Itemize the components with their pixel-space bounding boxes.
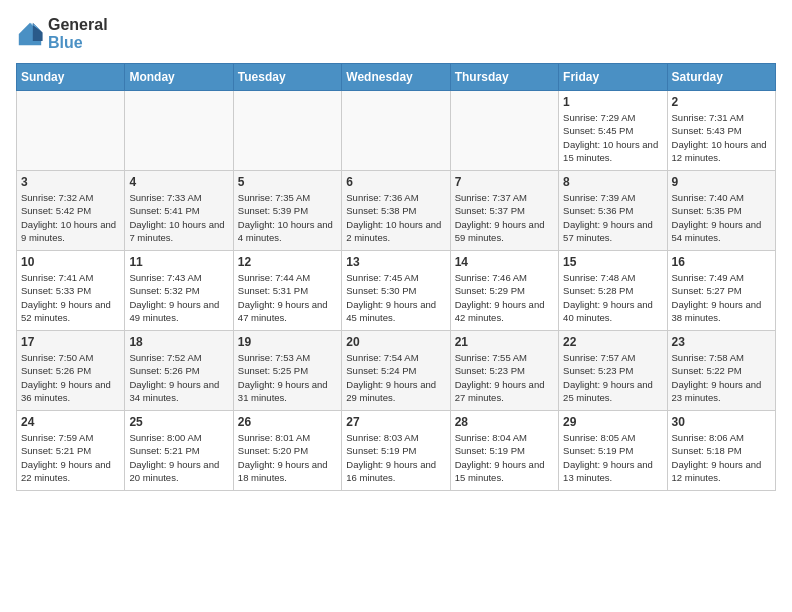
day-number: 1	[563, 95, 662, 109]
day-number: 10	[21, 255, 120, 269]
day-cell: 26Sunrise: 8:01 AM Sunset: 5:20 PM Dayli…	[233, 411, 341, 491]
day-cell: 25Sunrise: 8:00 AM Sunset: 5:21 PM Dayli…	[125, 411, 233, 491]
day-info: Sunrise: 7:36 AM Sunset: 5:38 PM Dayligh…	[346, 191, 445, 244]
day-cell: 6Sunrise: 7:36 AM Sunset: 5:38 PM Daylig…	[342, 171, 450, 251]
day-cell: 24Sunrise: 7:59 AM Sunset: 5:21 PM Dayli…	[17, 411, 125, 491]
day-info: Sunrise: 7:29 AM Sunset: 5:45 PM Dayligh…	[563, 111, 662, 164]
day-cell: 17Sunrise: 7:50 AM Sunset: 5:26 PM Dayli…	[17, 331, 125, 411]
day-number: 25	[129, 415, 228, 429]
day-cell: 16Sunrise: 7:49 AM Sunset: 5:27 PM Dayli…	[667, 251, 775, 331]
column-header-wednesday: Wednesday	[342, 64, 450, 91]
day-info: Sunrise: 7:44 AM Sunset: 5:31 PM Dayligh…	[238, 271, 337, 324]
day-info: Sunrise: 8:04 AM Sunset: 5:19 PM Dayligh…	[455, 431, 554, 484]
logo-text-line2: Blue	[48, 34, 108, 52]
day-info: Sunrise: 7:49 AM Sunset: 5:27 PM Dayligh…	[672, 271, 771, 324]
column-header-sunday: Sunday	[17, 64, 125, 91]
day-info: Sunrise: 7:33 AM Sunset: 5:41 PM Dayligh…	[129, 191, 228, 244]
day-number: 8	[563, 175, 662, 189]
column-header-saturday: Saturday	[667, 64, 775, 91]
day-cell: 8Sunrise: 7:39 AM Sunset: 5:36 PM Daylig…	[559, 171, 667, 251]
day-cell: 5Sunrise: 7:35 AM Sunset: 5:39 PM Daylig…	[233, 171, 341, 251]
day-info: Sunrise: 7:41 AM Sunset: 5:33 PM Dayligh…	[21, 271, 120, 324]
day-number: 4	[129, 175, 228, 189]
day-info: Sunrise: 7:37 AM Sunset: 5:37 PM Dayligh…	[455, 191, 554, 244]
page-header: General Blue	[16, 16, 776, 51]
day-info: Sunrise: 7:57 AM Sunset: 5:23 PM Dayligh…	[563, 351, 662, 404]
day-info: Sunrise: 7:54 AM Sunset: 5:24 PM Dayligh…	[346, 351, 445, 404]
day-number: 24	[21, 415, 120, 429]
day-number: 23	[672, 335, 771, 349]
logo: General Blue	[16, 16, 108, 51]
day-info: Sunrise: 8:03 AM Sunset: 5:19 PM Dayligh…	[346, 431, 445, 484]
day-number: 29	[563, 415, 662, 429]
day-cell	[125, 91, 233, 171]
day-number: 16	[672, 255, 771, 269]
day-number: 2	[672, 95, 771, 109]
week-row-3: 10Sunrise: 7:41 AM Sunset: 5:33 PM Dayli…	[17, 251, 776, 331]
day-cell: 2Sunrise: 7:31 AM Sunset: 5:43 PM Daylig…	[667, 91, 775, 171]
column-header-friday: Friday	[559, 64, 667, 91]
day-cell: 9Sunrise: 7:40 AM Sunset: 5:35 PM Daylig…	[667, 171, 775, 251]
day-cell: 27Sunrise: 8:03 AM Sunset: 5:19 PM Dayli…	[342, 411, 450, 491]
day-cell: 10Sunrise: 7:41 AM Sunset: 5:33 PM Dayli…	[17, 251, 125, 331]
day-number: 15	[563, 255, 662, 269]
day-info: Sunrise: 7:32 AM Sunset: 5:42 PM Dayligh…	[21, 191, 120, 244]
day-number: 12	[238, 255, 337, 269]
day-number: 22	[563, 335, 662, 349]
week-row-5: 24Sunrise: 7:59 AM Sunset: 5:21 PM Dayli…	[17, 411, 776, 491]
day-number: 14	[455, 255, 554, 269]
day-cell: 11Sunrise: 7:43 AM Sunset: 5:32 PM Dayli…	[125, 251, 233, 331]
day-number: 9	[672, 175, 771, 189]
day-info: Sunrise: 7:59 AM Sunset: 5:21 PM Dayligh…	[21, 431, 120, 484]
day-info: Sunrise: 7:31 AM Sunset: 5:43 PM Dayligh…	[672, 111, 771, 164]
day-info: Sunrise: 7:58 AM Sunset: 5:22 PM Dayligh…	[672, 351, 771, 404]
day-cell: 21Sunrise: 7:55 AM Sunset: 5:23 PM Dayli…	[450, 331, 558, 411]
day-info: Sunrise: 7:50 AM Sunset: 5:26 PM Dayligh…	[21, 351, 120, 404]
day-info: Sunrise: 8:05 AM Sunset: 5:19 PM Dayligh…	[563, 431, 662, 484]
day-cell: 20Sunrise: 7:54 AM Sunset: 5:24 PM Dayli…	[342, 331, 450, 411]
day-info: Sunrise: 7:40 AM Sunset: 5:35 PM Dayligh…	[672, 191, 771, 244]
day-cell: 13Sunrise: 7:45 AM Sunset: 5:30 PM Dayli…	[342, 251, 450, 331]
day-cell	[342, 91, 450, 171]
day-cell: 23Sunrise: 7:58 AM Sunset: 5:22 PM Dayli…	[667, 331, 775, 411]
week-row-2: 3Sunrise: 7:32 AM Sunset: 5:42 PM Daylig…	[17, 171, 776, 251]
day-number: 13	[346, 255, 445, 269]
day-cell: 14Sunrise: 7:46 AM Sunset: 5:29 PM Dayli…	[450, 251, 558, 331]
day-cell: 1Sunrise: 7:29 AM Sunset: 5:45 PM Daylig…	[559, 91, 667, 171]
day-cell	[233, 91, 341, 171]
day-number: 28	[455, 415, 554, 429]
header-row: SundayMondayTuesdayWednesdayThursdayFrid…	[17, 64, 776, 91]
day-number: 26	[238, 415, 337, 429]
day-cell: 29Sunrise: 8:05 AM Sunset: 5:19 PM Dayli…	[559, 411, 667, 491]
day-cell: 12Sunrise: 7:44 AM Sunset: 5:31 PM Dayli…	[233, 251, 341, 331]
day-cell	[450, 91, 558, 171]
day-number: 5	[238, 175, 337, 189]
column-header-monday: Monday	[125, 64, 233, 91]
week-row-4: 17Sunrise: 7:50 AM Sunset: 5:26 PM Dayli…	[17, 331, 776, 411]
day-info: Sunrise: 7:55 AM Sunset: 5:23 PM Dayligh…	[455, 351, 554, 404]
day-cell: 18Sunrise: 7:52 AM Sunset: 5:26 PM Dayli…	[125, 331, 233, 411]
logo-icon	[16, 20, 44, 48]
day-cell: 4Sunrise: 7:33 AM Sunset: 5:41 PM Daylig…	[125, 171, 233, 251]
day-cell: 7Sunrise: 7:37 AM Sunset: 5:37 PM Daylig…	[450, 171, 558, 251]
day-number: 19	[238, 335, 337, 349]
calendar-table: SundayMondayTuesdayWednesdayThursdayFrid…	[16, 63, 776, 491]
day-number: 27	[346, 415, 445, 429]
day-number: 20	[346, 335, 445, 349]
day-number: 18	[129, 335, 228, 349]
day-number: 3	[21, 175, 120, 189]
day-number: 21	[455, 335, 554, 349]
day-info: Sunrise: 7:39 AM Sunset: 5:36 PM Dayligh…	[563, 191, 662, 244]
day-cell	[17, 91, 125, 171]
day-cell: 19Sunrise: 7:53 AM Sunset: 5:25 PM Dayli…	[233, 331, 341, 411]
day-number: 17	[21, 335, 120, 349]
day-cell: 3Sunrise: 7:32 AM Sunset: 5:42 PM Daylig…	[17, 171, 125, 251]
logo-text-line1: General	[48, 16, 108, 34]
column-header-thursday: Thursday	[450, 64, 558, 91]
week-row-1: 1Sunrise: 7:29 AM Sunset: 5:45 PM Daylig…	[17, 91, 776, 171]
day-info: Sunrise: 8:01 AM Sunset: 5:20 PM Dayligh…	[238, 431, 337, 484]
day-info: Sunrise: 8:00 AM Sunset: 5:21 PM Dayligh…	[129, 431, 228, 484]
day-cell: 28Sunrise: 8:04 AM Sunset: 5:19 PM Dayli…	[450, 411, 558, 491]
day-info: Sunrise: 7:48 AM Sunset: 5:28 PM Dayligh…	[563, 271, 662, 324]
day-number: 11	[129, 255, 228, 269]
